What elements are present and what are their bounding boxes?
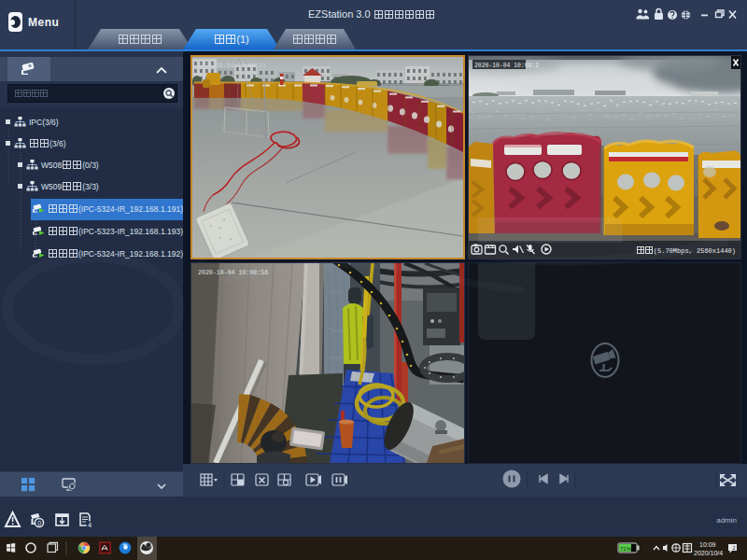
svg-text:10:09: 10:09: [699, 541, 716, 548]
svg-text:4: 4: [88, 521, 92, 529]
svg-text:71%: 71%: [620, 546, 632, 552]
svg-text:2020-10-04 10:09:2: 2020-10-04 10:09:2: [474, 63, 539, 69]
svg-text:0: 0: [37, 520, 41, 526]
svg-text:2020-10-04 10:09:21: 2020-10-04 10:09:21: [198, 63, 266, 69]
svg-text:2020/10/4: 2020/10/4: [694, 550, 723, 556]
svg-text:2: 2: [733, 545, 736, 551]
svg-text:2020-10-04 10:08:56: 2020-10-04 10:08:56: [198, 270, 268, 276]
